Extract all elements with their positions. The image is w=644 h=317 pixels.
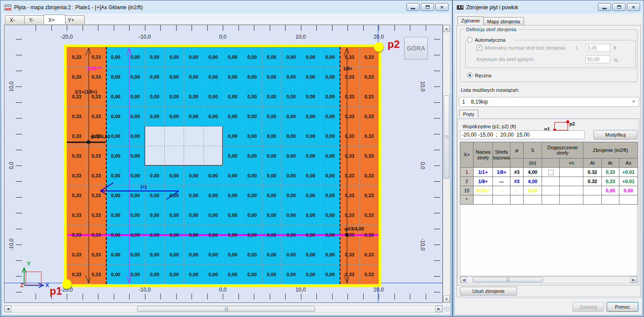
cell-as[interactable]: 0.00 (619, 186, 638, 195)
restore-button[interactable] (421, 3, 434, 11)
scroll-up-button[interactable]: ▲ (443, 25, 450, 32)
tab-mapy-zbrojenia[interactable]: Mapy zbrojenia (483, 17, 524, 25)
cell-densify[interactable] (542, 177, 560, 186)
dialog-restore-button[interactable] (612, 3, 626, 11)
cell-at[interactable]: 0.32 (583, 177, 602, 186)
table-horizontal-scrollbar[interactable]: ◀ ▶ (460, 276, 637, 283)
cell-ar[interactable]: 0,00 (602, 186, 619, 195)
cell-ar[interactable]: 0,33 (602, 177, 619, 186)
y-axis-tick (434, 86, 440, 87)
dialog-minimize-button[interactable] (598, 3, 611, 11)
densify-checkbox[interactable] (548, 170, 554, 175)
y-axis-tick (16, 260, 22, 261)
solutions-dropdown[interactable]: 1 8,19kip ▼ (459, 97, 639, 107)
tab-zginanie[interactable]: Zginanie (457, 16, 484, 24)
cell-name[interactable] (474, 195, 493, 205)
dialog-close-button[interactable]: ✕ (627, 3, 640, 11)
remove-reinforcement-button[interactable]: Usuń zbrojenie (460, 287, 517, 295)
cell-name[interactable]: 1/1+ (474, 168, 493, 177)
cell-n[interactable] (560, 168, 583, 177)
x-axis-tick (379, 294, 379, 299)
map-window-titlebar[interactable]: Płyta - mapa zbrojenia:2 : Plate1 - [+]A… (2, 2, 451, 13)
resize-grip[interactable] (444, 306, 449, 312)
point-p2-handle[interactable] (374, 42, 384, 52)
cell-phi[interactable] (510, 195, 524, 205)
row-number-header[interactable]: * (460, 195, 474, 205)
cell-phi[interactable]: #3 (510, 168, 524, 177)
tab-x-minusplus[interactable]: X+ (43, 14, 65, 24)
cell-ar[interactable] (602, 195, 619, 205)
tab-prety[interactable]: Pręty (459, 110, 478, 118)
cell-n[interactable] (560, 195, 583, 205)
cell-base[interactable]: --- (493, 186, 510, 195)
cell-name[interactable]: 1/15+* (474, 186, 493, 195)
horizontal-scrollbar[interactable]: ◀ ▶ (4, 305, 443, 313)
tab-y-minus[interactable]: Y- (24, 15, 46, 24)
scroll-right-button[interactable]: ▶ (435, 306, 442, 312)
l-value-field[interactable] (586, 44, 610, 52)
cell-at[interactable]: 0.32 (583, 168, 602, 177)
cell-s[interactable]: 0,00 (524, 186, 542, 195)
close-dialog-button[interactable]: Zamknij (572, 302, 604, 312)
x-axis-tick (98, 294, 98, 299)
automatic-radio[interactable] (467, 37, 473, 43)
modify-button[interactable]: Modyfikuj (593, 130, 637, 140)
close-button[interactable]: ✕ (435, 3, 449, 11)
table-scroll-thumb[interactable] (473, 277, 543, 282)
scroll-down-button[interactable]: ▼ (443, 295, 450, 303)
vertical-scrollbar[interactable]: ▲ ▼ (443, 25, 450, 303)
scroll-left-button[interactable]: ◀ (4, 306, 11, 312)
cell-s[interactable]: 4,00 (524, 168, 542, 177)
cell-phi[interactable]: #3 (510, 177, 524, 186)
cell-as[interactable]: +0.01 (619, 168, 638, 177)
x-axis-label: -10,0 (139, 34, 151, 40)
min-zone-checkbox[interactable] (477, 45, 482, 50)
y-axis-tick (16, 245, 22, 245)
help-button[interactable]: Pomoc (607, 302, 638, 312)
p2-dot (566, 120, 569, 123)
coords-input[interactable] (460, 130, 585, 139)
vertical-scroll-thumb[interactable] (444, 95, 449, 179)
criterion-value-field[interactable] (586, 55, 610, 63)
cell-phi[interactable]: --- (510, 186, 524, 195)
manual-radio[interactable] (467, 72, 473, 78)
cell-densify[interactable] (542, 195, 560, 205)
top-side-button[interactable]: GÓRA (404, 37, 428, 60)
cell-n[interactable] (560, 177, 583, 186)
cell-densify[interactable] (542, 168, 560, 177)
row-number-header[interactable]: 2 (460, 177, 474, 186)
minimize-button[interactable] (406, 3, 420, 11)
x-axis-tick (67, 25, 67, 31)
scroll-right-button[interactable]: ▶ (630, 277, 637, 283)
tab-x-minus[interactable]: X- (5, 15, 27, 24)
row-number-header[interactable]: 15 (460, 186, 474, 195)
cell-densify[interactable] (542, 186, 560, 195)
y-axis-tick (16, 102, 22, 103)
y-axis-tick (434, 118, 440, 119)
scroll-left-button[interactable]: ◀ (460, 277, 467, 283)
reinforcement-map-canvas[interactable]: 0,330,330,000,000,000,000,000,000,000,00… (4, 25, 443, 303)
cell-base[interactable]: 1/8+ (493, 168, 510, 177)
cell-n[interactable] (560, 186, 583, 195)
table-row: 21/8+---#34,000.320,33+0.01 (460, 177, 638, 186)
y-axis-tick (16, 150, 22, 150)
cell-s[interactable] (524, 195, 542, 205)
cell-at[interactable] (583, 195, 602, 205)
cell-as[interactable] (619, 195, 638, 205)
y-axis-tick (16, 71, 22, 71)
cell-ar[interactable]: 0,33 (602, 168, 619, 177)
cell-s[interactable]: 4,00 (524, 177, 542, 186)
horizontal-scroll-thumb[interactable] (137, 306, 315, 312)
solution-value: 1 8,19kip (462, 99, 488, 105)
point-p1-handle[interactable] (62, 279, 72, 289)
x-axis-tick (379, 25, 379, 31)
tab-y-minusplus[interactable]: Y+ (63, 15, 85, 24)
row-number-header[interactable]: 1 (460, 168, 474, 177)
min-zone-label: Minimalny rozmiar stref bez zbrojenia (485, 45, 565, 50)
cell-at[interactable]: 0.00 (583, 186, 602, 195)
chevron-down-icon: ▼ (631, 99, 636, 104)
cell-base[interactable]: --- (493, 177, 510, 186)
cell-base[interactable] (493, 195, 510, 205)
cell-as[interactable]: +0.01 (619, 177, 638, 186)
cell-name[interactable]: 1/8+ (474, 177, 493, 186)
